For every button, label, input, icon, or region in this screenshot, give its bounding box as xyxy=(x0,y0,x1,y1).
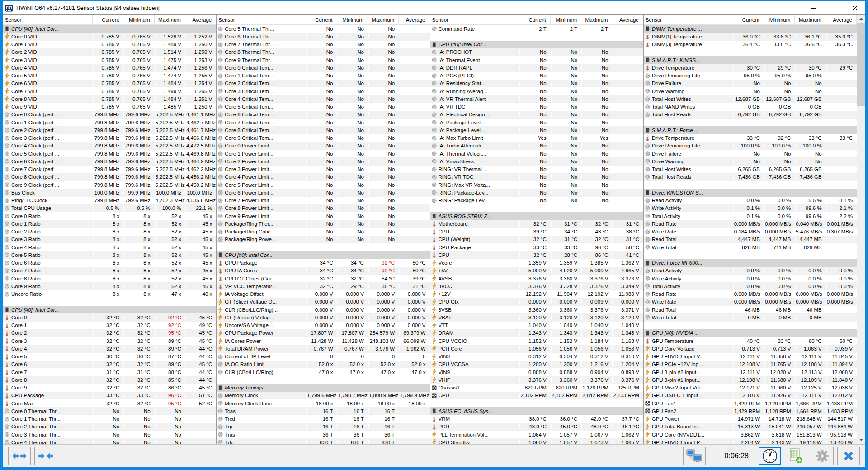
sensor-row[interactable]: VRM38.0 °C36.0 °C42.0 °C37.7 °C xyxy=(430,415,643,423)
sensor-row[interactable]: Trp16 T16 T16 T xyxy=(217,423,429,431)
sensor-row[interactable]: Core 3 Clock (perf ...799.8 MHz799.6 MHz… xyxy=(3,134,216,142)
sensor-row[interactable]: Core 332 °C32 °C89 °C45 °C xyxy=(3,337,216,345)
sensor-row[interactable]: Core 4 Clock (perf ...799.8 MHz799.6 MHz… xyxy=(3,142,216,150)
sensor-row[interactable]: Core 1 Thermal Thr...NoNoNo xyxy=(3,415,216,423)
sensor-row[interactable]: Current cTDP Level0000 xyxy=(217,353,429,361)
sensor-row[interactable]: PCH Core1.056 V1.056 V1.056 V1.056 V xyxy=(430,345,643,352)
header-sensor[interactable]: Sensor xyxy=(430,15,520,24)
sensor-row[interactable]: VIN90.888 V0.888 V0.904 V0.898 V xyxy=(430,368,643,376)
scrollbar-track[interactable] xyxy=(857,106,865,436)
sensor-row[interactable]: PLL Termination Vol...1.064 V1.057 V1.06… xyxy=(430,431,643,438)
sensor-row[interactable]: Core 632 °C32 °C89 °C45 °C xyxy=(3,361,216,368)
sensor-row[interactable]: Core 1 Critical Tem...NoNoNo xyxy=(217,72,429,80)
sensor-row[interactable]: Drive WarningNoNoNo xyxy=(644,87,857,95)
header-minimum[interactable]: Minimum xyxy=(123,15,154,24)
sensor-row[interactable]: Drive Temperature30 °C29 °C30 °C29 °C xyxy=(644,64,857,71)
header-current[interactable]: Current xyxy=(306,15,337,24)
sensor-row[interactable]: Memory Clock Ratio18.00 x18.00 x18.00 x1… xyxy=(217,399,429,407)
header-maximum[interactable]: Maximum xyxy=(795,15,826,24)
sensor-row[interactable]: Core 232 °C32 °C95 °C45 °C xyxy=(3,329,216,337)
section-row[interactable]: CPU [#0]: Intel Cor... xyxy=(3,25,216,33)
sensor-row[interactable]: Trfc630 T630 T630 T xyxy=(217,438,429,444)
sensor-row[interactable]: GPU Core (NVVDD1...3.862 W3.618 W151.813… xyxy=(644,431,857,438)
sensor-row[interactable]: Core 4 Power Limit ...NoNoNo xyxy=(217,173,429,181)
sensor-row[interactable]: Write Total828 MB711 MB828 MB xyxy=(644,243,857,251)
collapse-columns-button[interactable] xyxy=(34,447,57,465)
sensor-row[interactable]: Core 2 Thermal Thr...NoNoNo xyxy=(3,423,216,431)
sensor-row[interactable]: Write Activity0.0 %0.0 %0.0 %0.0 % xyxy=(644,275,857,282)
sensor-row[interactable]: 3VSB3.360 V3.360 V3.376 V3.371 V xyxy=(430,306,643,313)
sensor-row[interactable]: VR VCC Temperatur...32 °C29 °C35 °C31 °C xyxy=(217,282,429,290)
sensor-row[interactable]: Core 6 VID0.785 V0.765 V1.484 V1.254 V xyxy=(3,80,216,87)
section-row[interactable]: Drive: KINGSTON S... xyxy=(644,189,857,196)
sensor-row[interactable]: Write Rate0.000 MB/s0.000 MB/s0.000 MB/s… xyxy=(644,298,857,306)
sensor-row[interactable]: RING: Package-Lev...NoNoNo xyxy=(430,189,643,196)
sensor-row[interactable]: GPU Total Board In...15.313 W15.041 W219… xyxy=(644,423,857,431)
section-row[interactable]: GPU [#0]: NVIDIA ... xyxy=(644,329,857,337)
sensor-row[interactable]: Core 7 Ratio8 x8 x52 x45 x xyxy=(3,267,216,275)
sensor-row[interactable]: Chassis1820 RPM820 RPM1,126 RPM925 RPM xyxy=(430,384,643,392)
remote-monitoring-button[interactable] xyxy=(683,447,706,465)
sensor-row[interactable]: Write Rate0.184 MB/s0.000 MB/s5.476 MB/s… xyxy=(644,228,857,236)
header-average[interactable]: Average xyxy=(612,15,643,24)
sensor-row[interactable]: Core 7 Power Limit ...NoNoNo xyxy=(217,197,429,204)
sensor-row[interactable]: CPU Package34 °C34 °C92 °C50 °C xyxy=(217,259,429,267)
sensor-row[interactable]: Core 8 VID0.785 V0.765 V1.484 V1.251 V xyxy=(3,95,216,103)
sensor-row[interactable]: Total Activity0.1 %0.0 %99.6 %2.2 % xyxy=(644,212,857,220)
sensor-row[interactable]: Core 9 VID0.785 V0.765 V1.485 V1.250 V xyxy=(3,103,216,111)
sensor-row[interactable]: Core 2 Critical Tem...NoNoNo xyxy=(217,80,429,87)
sensor-row[interactable]: Core 5 VID0.780 V0.765 V1.474 V1.255 V xyxy=(3,72,216,80)
sensor-row[interactable]: Package/Ring Powe...NoNoNo xyxy=(217,236,429,243)
sensor-row[interactable]: Core 3 VID0.785 V0.765 V1.475 V1.253 V xyxy=(3,56,216,64)
header-minimum[interactable]: Minimum xyxy=(764,15,795,24)
section-row[interactable]: CPU [#0]: Intel Cor... xyxy=(3,306,216,313)
sensor-row[interactable]: CPU39 °C34 °C43 °C38 °C xyxy=(430,228,643,236)
sensor-row[interactable]: CPU VCCSA1.200 V1.200 V1.216 V1.204 V xyxy=(430,361,643,368)
sensor-row[interactable]: Core 8 Thermal Thr...NoNoNo xyxy=(217,48,429,56)
sensor-row[interactable]: Core 7 Thermal Thr...NoNoNo xyxy=(217,41,429,48)
sensor-row[interactable]: Read Rate0.000 MB/s0.000 MB/s0.000 MB/s0… xyxy=(644,290,857,298)
sensor-row[interactable]: GPU Core Voltage0.713 V0.713 V1.063 V0.9… xyxy=(644,345,857,352)
sensor-row[interactable]: CPU Package33 °C33 °C96 °C50 °C xyxy=(430,243,643,251)
sensor-row[interactable]: DRAM1.343 V1.343 V1.343 V1.343 V xyxy=(430,329,643,337)
sensor-row[interactable]: Ring/LLC Clock799.8 MHz799.6 MHz4,702.3 … xyxy=(3,197,216,204)
sensor-row[interactable]: Vcore1.359 V1.359 V1.385 V1.362 V xyxy=(430,259,643,267)
sensor-row[interactable]: Core 4 Critical Tem...NoNoNo xyxy=(217,95,429,103)
sensor-row[interactable]: IA: Thermal Velocit...NoNoNo xyxy=(430,150,643,157)
sensor-row[interactable]: Core 8 Clock (perf ...799.8 MHz799.6 MHz… xyxy=(3,173,216,181)
sensor-row[interactable]: IA Cores Power11.428 W11.428 W248.103 W6… xyxy=(217,337,429,345)
sensor-row[interactable]: Core 0 VID0.785 V0.765 V1.528 V1.252 V xyxy=(3,33,216,40)
sensor-row[interactable]: CPU Standby1.060 V1.057 V1.073 V1.065 V xyxy=(430,438,643,444)
sensor-row[interactable]: Tras36 T36 T36 T xyxy=(217,431,429,438)
sensor-row[interactable]: Uncore/SA Voltage ...0.000 V0.000 V0.000… xyxy=(217,322,429,329)
sensor-row[interactable]: Core 731 °C31 °C88 °C44 °C xyxy=(3,368,216,376)
sensor-row[interactable]: IA: Electrical Design...NoNoNo xyxy=(430,111,643,119)
sensor-row[interactable]: Core 5 Clock (perf ...799.8 MHz799.6 MHz… xyxy=(3,150,216,157)
sensor-row[interactable]: RING: Package-Lev...NoNoNo xyxy=(430,197,643,204)
sensor-row[interactable]: GPU Fan21,429 RPM1,128 RPM1,664 RPM1,483… xyxy=(644,407,857,415)
sensor-row[interactable]: Core 2 Power Limit ...NoNoNo xyxy=(217,157,429,165)
vertical-scrollbar[interactable] xyxy=(857,15,865,444)
sensor-row[interactable]: Total Host Writes12,687 GB12,687 GB12,68… xyxy=(644,95,857,103)
sensor-row[interactable]: Core 6 Critical Tem...NoNoNo xyxy=(217,111,429,119)
maximize-button[interactable] xyxy=(824,1,844,14)
sensor-row[interactable]: Core 0 Power Limit ...NoNoNo xyxy=(217,142,429,150)
section-row[interactable]: DIMM Temperature ... xyxy=(644,25,857,33)
sensor-row[interactable]: Command Rate2 T2 T2 T xyxy=(430,25,643,33)
sensor-row[interactable]: Total CPU Usage0.5 %0.5 %100.0 %22.1 % xyxy=(3,204,216,212)
sensor-row[interactable]: CPU Package Power17.807 W17.807 W254.579… xyxy=(217,329,429,337)
sensor-row[interactable]: Core 2 Ratio8 x8 x52 x45 x xyxy=(3,228,216,236)
sensor-row[interactable]: Memory Clock1,799.6 MHz1,798.7 MHz1,800.… xyxy=(217,392,429,399)
sensor-row[interactable]: Core 0 Ratio8 x8 x52 x45 x xyxy=(3,212,216,220)
sensor-row[interactable]: IA: Running Averag...NoNoNo xyxy=(430,87,643,95)
sensor-row[interactable]: Read Activity0.0 %0.0 %15.5 %0.1 % xyxy=(644,197,857,204)
sensor-row[interactable]: Uncore Ratio8 x8 x47 x40 x xyxy=(3,290,216,298)
sensor-row[interactable]: Drive WarningNoNoNo xyxy=(644,157,857,165)
sensor-row[interactable]: Read Activity0.0 %0.0 %0.0 %0.0 % xyxy=(644,267,857,275)
sensor-row[interactable]: Total Activity0.0 %0.0 %0.0 %0.0 % xyxy=(644,282,857,290)
sensor-row[interactable]: IA: Turbo Attenuati...NoNoNo xyxy=(430,142,643,150)
sensor-row[interactable]: Total Host Reads6,792 GB6,792 GB6,792 GB xyxy=(644,111,857,119)
sensor-row[interactable]: 3VCC3.376 V3.328 V3.376 V3.349 V xyxy=(430,282,643,290)
sensor-row[interactable]: Core 4 Ratio8 x8 x52 x45 x xyxy=(3,243,216,251)
sensor-row[interactable]: Core 3 Thermal Thr...NoNoNo xyxy=(3,431,216,438)
